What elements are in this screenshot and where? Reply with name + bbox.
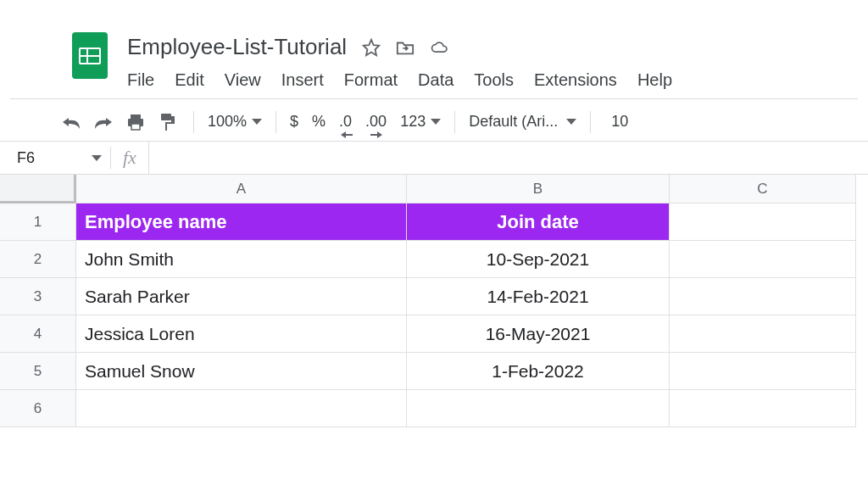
col-header-a[interactable]: A — [76, 175, 407, 204]
row-header[interactable]: 4 — [0, 315, 76, 353]
menu-file[interactable]: File — [127, 70, 154, 90]
row-header[interactable]: 2 — [0, 241, 76, 278]
svg-rect-4 — [161, 114, 171, 120]
menu-insert[interactable]: Insert — [281, 70, 324, 90]
svg-marker-0 — [364, 39, 379, 54]
decrease-decimal-button[interactable]: .0 — [339, 113, 352, 131]
menu-edit[interactable]: Edit — [175, 70, 203, 90]
print-button[interactable] — [124, 110, 147, 134]
cell-c6[interactable] — [670, 390, 856, 427]
cell-b2[interactable]: 10-Sep-2021 — [407, 241, 670, 278]
dropdown-icon — [566, 119, 576, 125]
fx-icon: fx — [110, 147, 148, 169]
cloud-status-icon[interactable] — [430, 38, 448, 57]
cell-b1[interactable]: Join date — [407, 204, 670, 241]
toolbar: 100% $ % .0 .00 123 Default (Ari... 10 — [0, 99, 868, 141]
menu-bar: File Edit View Insert Format Data Tools … — [127, 70, 851, 90]
dropdown-icon — [92, 155, 102, 161]
zoom-value: 100% — [208, 113, 247, 131]
col-header-c[interactable]: C — [670, 175, 856, 204]
cell-a3[interactable]: Sarah Parker — [76, 278, 407, 315]
menu-data[interactable]: Data — [418, 70, 453, 90]
svg-rect-3 — [131, 124, 140, 130]
document-title[interactable]: Employee-List-Tutorial — [127, 34, 347, 60]
header: Employee-List-Tutorial File Edit View In… — [0, 0, 868, 90]
currency-button[interactable]: $ — [290, 113, 298, 131]
menu-view[interactable]: View — [225, 70, 261, 90]
menu-help[interactable]: Help — [637, 70, 672, 90]
redo-button[interactable] — [92, 110, 115, 134]
spreadsheet-grid: A B C 1 Employee name Join date 2 John S… — [0, 175, 868, 427]
name-box[interactable]: F6 — [17, 149, 110, 167]
cell-a4[interactable]: Jessica Loren — [76, 315, 407, 353]
cell-b6[interactable] — [407, 390, 670, 427]
col-header-b[interactable]: B — [407, 175, 670, 204]
font-name: Default (Ari... — [469, 113, 558, 131]
separator — [193, 111, 194, 133]
cell-c2[interactable] — [670, 241, 856, 278]
increase-decimal-button[interactable]: .00 — [365, 113, 387, 131]
cell-c3[interactable] — [670, 278, 856, 315]
cell-b4[interactable]: 16-May-2021 — [407, 315, 670, 353]
dropdown-icon — [252, 119, 262, 125]
formula-bar: F6 fx — [0, 141, 868, 175]
star-icon[interactable] — [362, 38, 381, 57]
cell-a6[interactable] — [76, 390, 407, 427]
separator — [454, 111, 455, 133]
formula-input[interactable] — [148, 142, 868, 174]
row-header[interactable]: 3 — [0, 278, 76, 315]
more-formats-button[interactable]: 123 — [400, 113, 441, 131]
menu-format[interactable]: Format — [344, 70, 398, 90]
cell-a1[interactable]: Employee name — [76, 204, 407, 241]
separator — [275, 111, 276, 133]
cell-c4[interactable] — [670, 315, 856, 353]
cell-reference: F6 — [17, 149, 35, 167]
font-size-input[interactable]: 10 — [604, 109, 635, 134]
row-header[interactable]: 5 — [0, 353, 76, 390]
dropdown-icon — [431, 119, 441, 125]
paint-format-button[interactable] — [156, 110, 180, 134]
percent-button[interactable]: % — [312, 113, 326, 131]
cell-c5[interactable] — [670, 353, 856, 390]
separator — [590, 111, 591, 133]
svg-rect-1 — [131, 114, 141, 119]
menu-tools[interactable]: Tools — [474, 70, 514, 90]
cell-c1[interactable] — [670, 204, 856, 241]
undo-button[interactable] — [59, 110, 83, 134]
row-header[interactable]: 6 — [0, 390, 76, 427]
font-select[interactable]: Default (Ari... — [469, 113, 576, 131]
cell-b5[interactable]: 1-Feb-2022 — [407, 353, 670, 390]
cell-a2[interactable]: John Smith — [76, 241, 407, 278]
move-folder-icon[interactable] — [396, 38, 415, 57]
sheets-logo-grid-icon — [79, 47, 101, 64]
sheets-logo — [72, 32, 108, 79]
menu-extensions[interactable]: Extensions — [534, 70, 617, 90]
cell-a5[interactable]: Samuel Snow — [76, 353, 407, 390]
row-header[interactable]: 1 — [0, 204, 76, 241]
select-all-corner[interactable] — [0, 175, 76, 204]
zoom-select[interactable]: 100% — [208, 113, 262, 131]
cell-b3[interactable]: 14-Feb-2021 — [407, 278, 670, 315]
